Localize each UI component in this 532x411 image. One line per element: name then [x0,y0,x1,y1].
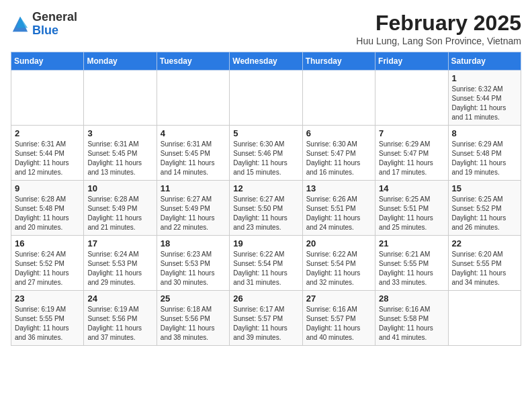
day-number: 23 [15,293,80,304]
calendar-cell [230,71,302,126]
day-number: 6 [306,128,371,138]
day-number: 3 [87,128,152,138]
calendar-cell [84,71,157,126]
calendar-cell: 4Sunrise: 6:31 AM Sunset: 5:45 PM Daylig… [157,126,229,181]
calendar-cell: 22Sunrise: 6:20 AM Sunset: 5:55 PM Dayli… [448,236,521,291]
day-info-text: Sunrise: 6:30 AM Sunset: 5:46 PM Dayligh… [233,140,298,177]
day-info-text: Sunrise: 6:20 AM Sunset: 5:55 PM Dayligh… [452,250,517,287]
calendar-cell: 17Sunrise: 6:24 AM Sunset: 5:53 PM Dayli… [84,236,157,291]
day-number: 11 [161,183,226,193]
day-number: 13 [306,183,371,193]
day-number: 1 [452,73,517,83]
day-info-text: Sunrise: 6:28 AM Sunset: 5:49 PM Dayligh… [87,195,152,232]
day-number: 20 [306,238,371,248]
calendar-cell: 12Sunrise: 6:27 AM Sunset: 5:50 PM Dayli… [230,181,302,236]
calendar-header-row: SundayMondayTuesdayWednesdayThursdayFrid… [11,52,521,71]
calendar-cell: 18Sunrise: 6:23 AM Sunset: 5:53 PM Dayli… [157,236,229,291]
calendar-cell: 19Sunrise: 6:22 AM Sunset: 5:54 PM Dayli… [230,236,302,291]
day-info-text: Sunrise: 6:31 AM Sunset: 5:45 PM Dayligh… [87,140,152,177]
day-number: 2 [15,128,80,138]
day-info-text: Sunrise: 6:19 AM Sunset: 5:55 PM Dayligh… [15,305,80,342]
calendar-week-row: 9Sunrise: 6:28 AM Sunset: 5:48 PM Daylig… [11,181,521,236]
day-info-text: Sunrise: 6:28 AM Sunset: 5:48 PM Dayligh… [15,195,80,232]
calendar-cell: 10Sunrise: 6:28 AM Sunset: 5:49 PM Dayli… [84,181,157,236]
calendar-cell: 28Sunrise: 6:16 AM Sunset: 5:58 PM Dayli… [375,291,448,346]
day-info-text: Sunrise: 6:30 AM Sunset: 5:47 PM Dayligh… [306,140,371,177]
day-of-week-header: Sunday [11,52,84,71]
logo: General Blue [11,11,77,38]
calendar-cell [302,71,375,126]
day-of-week-header: Saturday [448,52,521,71]
logo-general-text: General [32,10,77,24]
calendar-cell: 8Sunrise: 6:29 AM Sunset: 5:48 PM Daylig… [448,126,521,181]
calendar-cell: 9Sunrise: 6:28 AM Sunset: 5:48 PM Daylig… [11,181,84,236]
calendar-cell: 27Sunrise: 6:16 AM Sunset: 5:57 PM Dayli… [302,291,375,346]
day-info-text: Sunrise: 6:23 AM Sunset: 5:53 PM Dayligh… [161,250,226,287]
day-number: 7 [379,128,444,138]
calendar-cell: 15Sunrise: 6:25 AM Sunset: 5:52 PM Dayli… [448,181,521,236]
calendar-cell: 2Sunrise: 6:31 AM Sunset: 5:44 PM Daylig… [11,126,84,181]
calendar-cell: 13Sunrise: 6:26 AM Sunset: 5:51 PM Dayli… [302,181,375,236]
day-number: 25 [161,293,226,304]
day-number: 22 [452,238,517,248]
location-subtitle: Huu Lung, Lang Son Province, Vietnam [356,36,521,46]
day-info-text: Sunrise: 6:21 AM Sunset: 5:55 PM Dayligh… [379,250,444,287]
day-number: 18 [161,238,226,248]
day-number: 24 [87,293,152,304]
day-info-text: Sunrise: 6:24 AM Sunset: 5:53 PM Dayligh… [87,250,152,287]
day-of-week-header: Friday [375,52,448,71]
calendar-cell: 3Sunrise: 6:31 AM Sunset: 5:45 PM Daylig… [84,126,157,181]
day-number: 5 [233,128,298,138]
day-info-text: Sunrise: 6:19 AM Sunset: 5:56 PM Dayligh… [87,305,152,342]
day-number: 15 [452,183,517,193]
day-of-week-header: Tuesday [157,52,229,71]
day-number: 8 [452,128,517,138]
calendar-cell: 6Sunrise: 6:30 AM Sunset: 5:47 PM Daylig… [302,126,375,181]
day-info-text: Sunrise: 6:31 AM Sunset: 5:44 PM Dayligh… [15,140,80,177]
day-info-text: Sunrise: 6:22 AM Sunset: 5:54 PM Dayligh… [233,250,298,287]
day-number: 19 [233,238,298,248]
calendar-week-row: 1Sunrise: 6:32 AM Sunset: 5:44 PM Daylig… [11,71,521,126]
calendar-cell: 23Sunrise: 6:19 AM Sunset: 5:55 PM Dayli… [11,291,84,346]
day-info-text: Sunrise: 6:17 AM Sunset: 5:57 PM Dayligh… [233,305,298,342]
calendar-week-row: 16Sunrise: 6:24 AM Sunset: 5:52 PM Dayli… [11,236,521,291]
day-info-text: Sunrise: 6:26 AM Sunset: 5:51 PM Dayligh… [306,195,371,232]
calendar-cell: 7Sunrise: 6:29 AM Sunset: 5:47 PM Daylig… [375,126,448,181]
calendar-cell [375,71,448,126]
day-info-text: Sunrise: 6:16 AM Sunset: 5:57 PM Dayligh… [306,305,371,342]
day-info-text: Sunrise: 6:32 AM Sunset: 5:44 PM Dayligh… [452,85,517,122]
day-info-text: Sunrise: 6:18 AM Sunset: 5:56 PM Dayligh… [161,305,226,342]
calendar-cell: 1Sunrise: 6:32 AM Sunset: 5:44 PM Daylig… [448,71,521,126]
day-number: 17 [87,238,152,248]
calendar-cell [11,71,84,126]
calendar-table: SundayMondayTuesdayWednesdayThursdayFrid… [11,52,521,346]
day-number: 12 [233,183,298,193]
calendar-week-row: 23Sunrise: 6:19 AM Sunset: 5:55 PM Dayli… [11,291,521,346]
title-block: February 2025 Huu Lung, Lang Son Provinc… [356,11,521,46]
day-of-week-header: Thursday [302,52,375,71]
calendar-cell: 24Sunrise: 6:19 AM Sunset: 5:56 PM Dayli… [84,291,157,346]
page-header: General Blue February 2025 Huu Lung, Lan… [11,11,521,46]
day-info-text: Sunrise: 6:25 AM Sunset: 5:51 PM Dayligh… [379,195,444,232]
day-number: 14 [379,183,444,193]
calendar-cell [448,291,521,346]
day-of-week-header: Monday [84,52,157,71]
month-year-title: February 2025 [356,11,521,36]
calendar-cell: 16Sunrise: 6:24 AM Sunset: 5:52 PM Dayli… [11,236,84,291]
day-info-text: Sunrise: 6:27 AM Sunset: 5:50 PM Dayligh… [233,195,298,232]
day-number: 10 [87,183,152,193]
calendar-cell: 21Sunrise: 6:21 AM Sunset: 5:55 PM Dayli… [375,236,448,291]
logo-blue-text: Blue [32,24,58,37]
calendar-cell: 20Sunrise: 6:22 AM Sunset: 5:54 PM Dayli… [302,236,375,291]
day-number: 28 [379,293,444,304]
day-of-week-header: Wednesday [230,52,302,71]
calendar-cell: 14Sunrise: 6:25 AM Sunset: 5:51 PM Dayli… [375,181,448,236]
day-number: 27 [306,293,371,304]
day-number: 26 [233,293,298,304]
day-info-text: Sunrise: 6:29 AM Sunset: 5:47 PM Dayligh… [379,140,444,177]
day-info-text: Sunrise: 6:27 AM Sunset: 5:49 PM Dayligh… [161,195,226,232]
day-info-text: Sunrise: 6:22 AM Sunset: 5:54 PM Dayligh… [306,250,371,287]
day-info-text: Sunrise: 6:31 AM Sunset: 5:45 PM Dayligh… [161,140,226,177]
day-number: 16 [15,238,80,248]
calendar-cell: 25Sunrise: 6:18 AM Sunset: 5:56 PM Dayli… [157,291,229,346]
